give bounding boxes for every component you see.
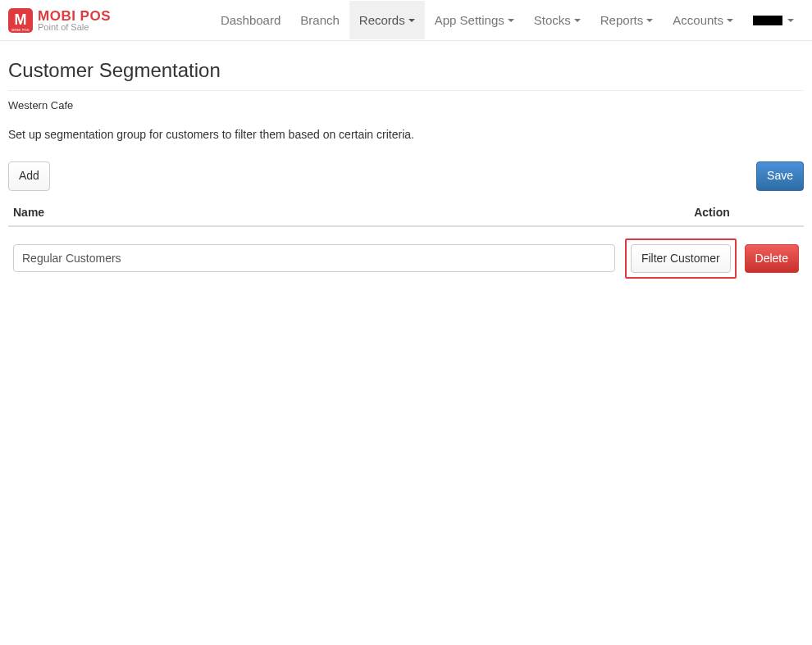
nav-branch[interactable]: Branch — [290, 1, 349, 39]
user-name-redacted — [753, 16, 782, 25]
add-button[interactable]: Add — [8, 161, 50, 191]
caret-down-icon — [646, 19, 653, 22]
caret-down-icon — [508, 19, 514, 22]
nav-stocks[interactable]: Stocks — [524, 1, 591, 39]
caret-down-icon — [574, 19, 581, 22]
table-row: Filter Customer Delete — [8, 226, 804, 291]
nav-user-menu[interactable] — [743, 1, 804, 39]
brand-logo-icon: M — [8, 8, 33, 33]
branch-name: Western Cafe — [8, 91, 804, 128]
segment-name-input[interactable] — [13, 244, 615, 272]
nav-dashboard[interactable]: Dashboard — [211, 1, 290, 39]
nav-accounts[interactable]: Accounts — [663, 1, 743, 39]
nav-stocks-label: Stocks — [534, 13, 571, 27]
col-header-action: Action — [620, 199, 804, 226]
nav-reports-label: Reports — [600, 13, 644, 27]
actions-row: Add Save — [8, 161, 804, 191]
col-header-name: Name — [8, 199, 620, 226]
top-navbar: M MOBI POS Point of Sale Dashboard Branc… — [0, 0, 812, 41]
delete-button[interactable]: Delete — [745, 244, 799, 274]
page-description: Set up segmentation group for customers … — [8, 128, 804, 141]
caret-down-icon — [787, 19, 794, 22]
page-title: Customer Segmentation — [8, 48, 804, 91]
nav-accounts-label: Accounts — [673, 13, 723, 27]
nav-records[interactable]: Records — [349, 1, 425, 39]
caret-down-icon — [408, 19, 415, 22]
caret-down-icon — [727, 19, 733, 22]
brand-name: MOBI POS — [38, 9, 111, 23]
nav-app-settings[interactable]: App Settings — [425, 1, 524, 39]
main-nav: Dashboard Branch Records App Settings St… — [211, 1, 804, 39]
segmentation-table: Name Action Filter Customer Delete — [8, 199, 804, 291]
filter-highlight-box: Filter Customer — [625, 238, 737, 279]
save-button[interactable]: Save — [756, 161, 804, 191]
nav-records-label: Records — [359, 13, 405, 27]
nav-app-settings-label: App Settings — [435, 13, 504, 27]
brand[interactable]: M MOBI POS Point of Sale — [8, 8, 111, 33]
brand-text: MOBI POS Point of Sale — [38, 9, 111, 32]
brand-tagline: Point of Sale — [38, 23, 111, 32]
nav-reports[interactable]: Reports — [591, 1, 664, 39]
filter-customer-button[interactable]: Filter Customer — [631, 244, 731, 274]
page-container: Customer Segmentation Western Cafe Set u… — [0, 41, 812, 307]
